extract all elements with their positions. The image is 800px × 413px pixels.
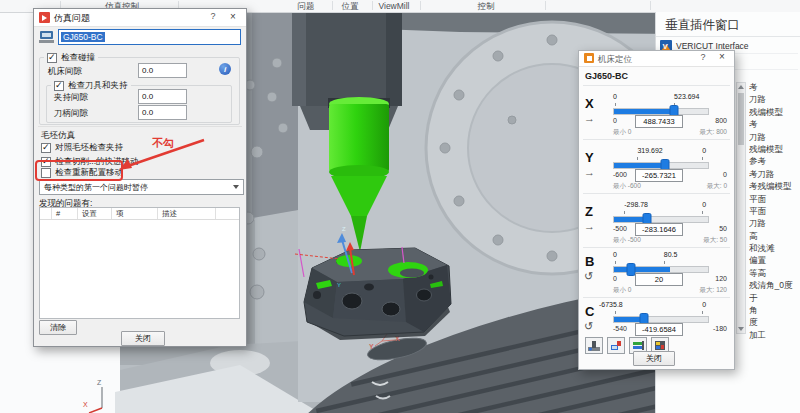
axis-letter-Z: Z bbox=[585, 204, 593, 219]
axis-position-label: 0 bbox=[702, 301, 706, 308]
svg-text:Z: Z bbox=[97, 379, 102, 386]
axis-row-Z: Z→-298.780-50050-283.1646最小 -500最大: 50 bbox=[579, 199, 734, 249]
axis-min-value: -540 bbox=[613, 325, 627, 332]
axis-separator bbox=[583, 297, 730, 298]
machine-clearance-input[interactable]: 0.0 bbox=[138, 63, 187, 78]
axis-min-value: 0 bbox=[613, 117, 617, 124]
slider-fill bbox=[614, 267, 670, 272]
table-header-4: 描述 bbox=[158, 208, 216, 219]
holder-clearance-input[interactable]: 0.0 bbox=[138, 89, 187, 104]
close-window-button[interactable]: × bbox=[226, 11, 240, 22]
clear-button[interactable]: 清除 bbox=[39, 320, 77, 335]
slider-tick bbox=[702, 311, 703, 314]
axis-position-label: 0 bbox=[613, 93, 617, 100]
panel-close-window-button[interactable]: × bbox=[715, 51, 729, 62]
list-item[interactable]: 考 bbox=[749, 119, 800, 131]
axis-position-label: 319.692 bbox=[637, 147, 662, 154]
axis-row-Y: Y→319.6920-6000-265.7321最小 -600最大: 0 bbox=[579, 145, 734, 195]
rotary-axis-icon: ↺ bbox=[584, 270, 593, 283]
axis-position-label: 523.694 bbox=[674, 93, 699, 100]
ribbon-group-3[interactable]: 位置 bbox=[342, 1, 359, 13]
list-item[interactable]: 刀路 bbox=[749, 218, 800, 230]
shank-clearance-input[interactable]: 0.0 bbox=[138, 105, 187, 120]
axis-value-input-X[interactable]: 488.7433 bbox=[635, 115, 683, 128]
slider-fill bbox=[614, 109, 675, 114]
axis-max-label: 最大: 50 bbox=[703, 236, 727, 245]
panel-help-button[interactable]: ? bbox=[696, 52, 710, 62]
checkbox-collision[interactable] bbox=[47, 53, 57, 63]
axis-slider-Z[interactable] bbox=[613, 216, 709, 223]
ribbon-separator bbox=[332, 1, 333, 10]
list-item[interactable]: 残清角_0度 bbox=[749, 280, 800, 292]
dialog-titlebar[interactable]: 仿真问题 ? × bbox=[34, 9, 246, 27]
svg-text:Y: Y bbox=[369, 343, 374, 350]
axis-row-B: B↺080.5012020最小 0最大: 120 bbox=[579, 249, 734, 299]
list-item[interactable]: 考 bbox=[749, 82, 800, 94]
list-item[interactable]: 高 bbox=[749, 231, 800, 243]
axis-slider-X[interactable] bbox=[613, 108, 709, 115]
check-stock-holder-row[interactable]: 对照毛坯检查夹持 bbox=[41, 142, 123, 154]
list-item[interactable]: 平面 bbox=[749, 206, 800, 218]
slider-tick bbox=[615, 311, 616, 314]
checkbox-stock-holder[interactable] bbox=[41, 143, 51, 153]
ribbon-group-2[interactable]: 问题 bbox=[298, 1, 315, 13]
list-item[interactable]: 刀路 bbox=[749, 94, 800, 106]
axis-slider-C[interactable] bbox=[613, 316, 709, 323]
scroll-down-icon[interactable] bbox=[738, 327, 744, 331]
chevron-down-icon bbox=[233, 185, 239, 189]
axis-min-value: -600 bbox=[613, 171, 627, 178]
svg-text:X: X bbox=[83, 401, 88, 408]
slider-tick bbox=[624, 211, 625, 214]
list-item[interactable]: 考残编模型 bbox=[749, 181, 800, 193]
axis-max-value: 800 bbox=[715, 117, 727, 124]
list-item[interactable]: 等高 bbox=[749, 268, 800, 280]
list-item[interactable]: 刀路 bbox=[749, 132, 800, 144]
check-collision-row[interactable]: 检查碰撞 bbox=[44, 52, 98, 64]
list-item[interactable]: 度 bbox=[749, 317, 800, 329]
list-item[interactable]: 角 bbox=[749, 305, 800, 317]
scroll-thumb[interactable] bbox=[738, 93, 744, 145]
help-button[interactable]: ? bbox=[206, 11, 220, 21]
check-tool-holder-row[interactable]: 检查刀具和夹持 bbox=[51, 80, 131, 92]
axis-slider-B[interactable] bbox=[613, 266, 709, 273]
list-item[interactable]: 加工 bbox=[749, 330, 800, 342]
axis-separator bbox=[583, 193, 730, 194]
axis-max-value: -180 bbox=[713, 325, 727, 332]
axis-position-label: 0 bbox=[702, 201, 706, 208]
issues-table[interactable]: #设置项描述 bbox=[39, 207, 240, 319]
list-item[interactable]: 参考 bbox=[749, 156, 800, 168]
panel-close-button[interactable]: 关闭 bbox=[633, 351, 675, 366]
axis-value-input-B[interactable]: 20 bbox=[635, 273, 683, 286]
slider-fill bbox=[614, 163, 666, 168]
ribbon-group-5[interactable]: 控制 bbox=[478, 1, 495, 13]
ribbon-group-4[interactable]: ViewMill bbox=[378, 1, 409, 11]
table-header-1: # bbox=[52, 208, 78, 219]
info-icon[interactable]: i bbox=[219, 63, 231, 75]
list-item[interactable]: 残编模型 bbox=[749, 107, 800, 119]
axis-value-input-Y[interactable]: -265.7321 bbox=[635, 169, 683, 182]
checkbox-tool-holder[interactable] bbox=[54, 81, 64, 91]
ribbon-separator bbox=[545, 1, 546, 10]
machine-position-panel: 机床定位 ? × GJ650-BC X→0523.6940800488.7433… bbox=[578, 50, 735, 370]
list-item[interactable]: 残编模型 bbox=[749, 144, 800, 156]
axis-value-input-C[interactable]: -419.6584 bbox=[635, 323, 683, 336]
list-item[interactable]: 于 bbox=[749, 293, 800, 305]
linear-axis-icon: → bbox=[584, 220, 595, 232]
panel-titlebar[interactable]: 机床定位 ? × bbox=[579, 51, 734, 67]
pause-option-dropdown[interactable]: 每种类型的第一个问题时暂停 bbox=[39, 179, 244, 195]
list-item[interactable]: 平面 bbox=[749, 194, 800, 206]
machine-home-icon[interactable] bbox=[585, 337, 603, 354]
dialog-close-button[interactable]: 关闭 bbox=[121, 331, 165, 346]
axis-value-input-Z[interactable]: -283.1646 bbox=[635, 223, 683, 236]
axis-max-label: 最大: 800 bbox=[700, 128, 727, 137]
sidebar-scrollbar[interactable] bbox=[736, 82, 746, 334]
list-item[interactable]: 和浅滩 bbox=[749, 243, 800, 255]
axis-min-label: 最小 0 bbox=[613, 286, 631, 295]
scroll-up-icon[interactable] bbox=[738, 85, 744, 89]
machine-name-input[interactable]: GJ650-BC bbox=[58, 29, 241, 45]
list-item[interactable]: 考刀路 bbox=[749, 169, 800, 181]
list-item[interactable]: 偏置 bbox=[749, 255, 800, 267]
axis-slider-Y[interactable] bbox=[613, 162, 709, 169]
axes-capture-icon[interactable] bbox=[607, 337, 625, 354]
sidebar-title: 垂直插件窗口 bbox=[665, 17, 740, 34]
